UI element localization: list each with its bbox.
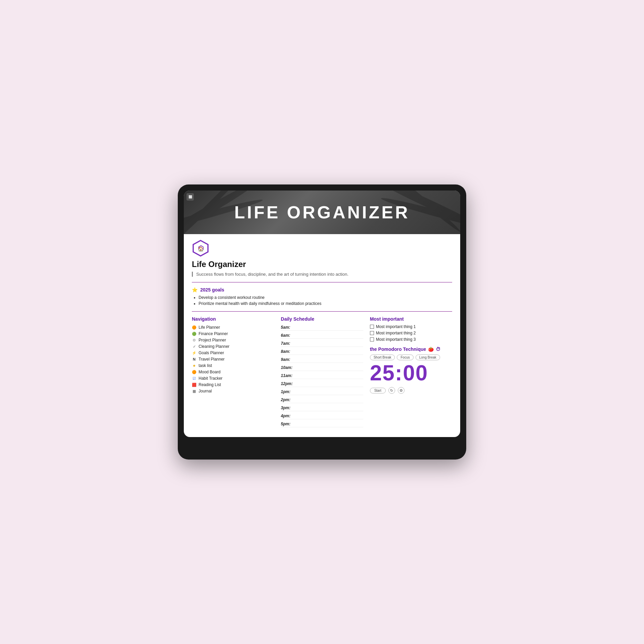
nav-item-reading-list[interactable]: 🟥 Reading List (192, 382, 274, 387)
navigation-heading: Navigation (192, 316, 274, 322)
schedule-2pm: 2pm: (281, 397, 363, 403)
schedule-8am: 8am: (281, 348, 363, 355)
bolt-icon: ⚡ (192, 351, 197, 355)
page-subtitle: Success flows from focus, discipline, an… (192, 272, 452, 277)
tomato-icon: 🍅 (428, 346, 434, 352)
orange-dot-icon: 🟠 (192, 325, 197, 330)
device-frame: ⬜ LIFE ORGANIZER ⬡ 🏠 Life Organizer Succ… (178, 184, 466, 460)
reset-icon: ↻ (390, 388, 393, 393)
red-square-icon: 🟥 (192, 382, 197, 387)
nav-item-cleaning-planner[interactable]: ✓ Cleaning Planner (192, 344, 274, 349)
green-circle-icon: 🟢 (192, 331, 197, 336)
nav-item-mood-board[interactable]: 🟠 Mood Board (192, 370, 274, 374)
checkbox-1[interactable] (370, 325, 374, 329)
schedule-11am: 11am: (281, 373, 363, 379)
timer-controls: Start ↻ ⚙ (370, 387, 452, 394)
nav-item-travel-planner[interactable]: N Travel Planner (192, 357, 274, 362)
grid-icon: ▦ (192, 389, 197, 393)
start-button[interactable]: Start (370, 388, 386, 393)
nav-item-life-planner[interactable]: 🟠 Life Planner (192, 325, 274, 330)
notion-icon: N (192, 357, 197, 362)
page-title: Life Organizer (192, 260, 452, 269)
schedule-1pm: 1pm: (281, 389, 363, 395)
schedule-5am: 5am: (281, 324, 363, 331)
most-important-heading: Most important (370, 316, 452, 322)
short-break-button[interactable]: Short Break (370, 355, 395, 360)
clock-icon: ⏱ (436, 346, 440, 352)
logo-icon: ⬡ 🏠 (192, 239, 209, 257)
check-icon: ✓ (192, 344, 197, 349)
goals-heading: ⭐ 2025 goals (192, 287, 452, 292)
gear-icon: ⚙ (192, 338, 197, 342)
schedule-7am: 7am: (281, 340, 363, 347)
star-icon: ⭐ (192, 287, 198, 292)
checkbox-2[interactable] (370, 331, 374, 335)
timer-display: 25:00 (370, 362, 452, 384)
pomodoro-mode-buttons: Short Break Focus Long Break (370, 355, 452, 360)
schedule-4pm: 4pm: (281, 413, 363, 419)
schedule-10am: 10am: (281, 365, 363, 371)
page-content: Life Organizer Success flows from focus,… (184, 260, 460, 437)
corner-widget: ⬜ (186, 193, 194, 201)
schedule-9am: 9am: (281, 357, 363, 363)
goal-item: Prioritize mental health with daily mind… (199, 301, 452, 306)
reset-button[interactable]: ↻ (388, 387, 395, 394)
important-item-2: Most important thing 2 (370, 331, 452, 335)
nav-item-journal[interactable]: ▦ Journal (192, 389, 274, 393)
goals-section: ⭐ 2025 goals Develop a consistent workou… (192, 287, 452, 306)
screen: ⬜ LIFE ORGANIZER ⬡ 🏠 Life Organizer Succ… (184, 191, 460, 437)
top-divider (192, 282, 452, 282)
star-list-icon: ★ (192, 363, 197, 368)
pomodoro-heading: the Pomodoro Technique 🍅 ⏱ (370, 346, 452, 352)
nav-item-task-list[interactable]: ★ task list (192, 363, 274, 368)
goal-item: Develop a consistent workout routine (199, 295, 452, 300)
header-banner: ⬜ LIFE ORGANIZER (184, 191, 460, 234)
right-column: Most important Most important thing 1 Mo… (370, 316, 452, 429)
long-break-button[interactable]: Long Break (416, 355, 440, 360)
svg-text:🏠: 🏠 (198, 246, 204, 252)
three-column-layout: Navigation 🟠 Life Planner 🟢 Finance Plan… (192, 316, 452, 429)
settings-icon: ⚙ (399, 388, 403, 393)
important-item-3: Most important thing 3 (370, 337, 452, 342)
nav-item-habit-tracker[interactable]: ☑ Habit Tracker (192, 376, 274, 381)
checkbox-3[interactable] (370, 337, 374, 341)
schedule-12pm: 12pm: (281, 381, 363, 387)
nav-item-goals-planner[interactable]: ⚡ Goals Planner (192, 351, 274, 355)
schedule-3pm: 3pm: (281, 405, 363, 411)
logo-area: ⬡ 🏠 (184, 234, 460, 260)
goals-list: Develop a consistent workout routine Pri… (192, 295, 452, 306)
schedule-heading: Daily Schedule (281, 316, 363, 322)
important-item-1: Most important thing 1 (370, 324, 452, 329)
settings-button[interactable]: ⚙ (398, 387, 405, 394)
focus-button[interactable]: Focus (397, 355, 413, 360)
schedule-6am: 6am: (281, 332, 363, 339)
navigation-column: Navigation 🟠 Life Planner 🟢 Finance Plan… (192, 316, 274, 429)
app-title: LIFE ORGANIZER (234, 202, 410, 222)
daily-schedule-column: Daily Schedule 5am: 6am: 7am: 8am: 9am: … (281, 316, 363, 429)
bottom-divider (192, 311, 452, 312)
nav-item-project-planner[interactable]: ⚙ Project Planner (192, 338, 274, 342)
orange-circle-icon: 🟠 (192, 370, 197, 374)
checkbox-check-icon: ☑ (192, 376, 197, 381)
nav-item-finance-planner[interactable]: 🟢 Finance Planner (192, 331, 274, 336)
schedule-5pm: 5pm: (281, 421, 363, 427)
